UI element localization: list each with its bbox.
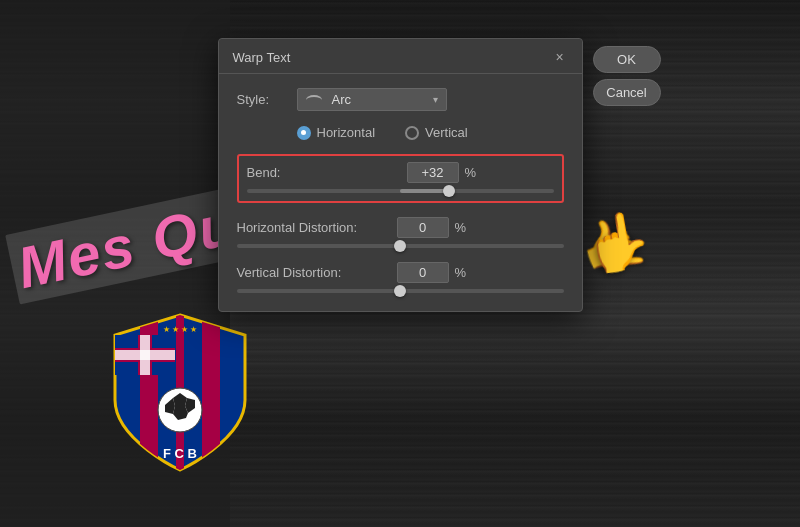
h-distortion-unit: % xyxy=(455,220,469,235)
vertical-label: Vertical xyxy=(425,125,468,140)
horizontal-label: Horizontal xyxy=(317,125,376,140)
bend-slider-fill xyxy=(400,189,449,193)
cancel-button[interactable]: Cancel xyxy=(593,79,661,106)
horizontal-radio[interactable]: Horizontal xyxy=(297,125,376,140)
arc-icon xyxy=(306,95,322,105)
h-distortion-row: Horizontal Distortion: % xyxy=(237,217,564,238)
style-label: Style: xyxy=(237,92,289,107)
dialog-body: Style: Arc ▾ Horizontal xyxy=(219,74,582,311)
h-distortion-section: Horizontal Distortion: % xyxy=(237,217,564,248)
v-distortion-row: Vertical Distortion: % xyxy=(237,262,564,283)
warp-text-dialog: Warp Text × Style: Arc ▾ xyxy=(218,38,583,312)
style-dropdown[interactable]: Arc ▾ xyxy=(297,88,447,111)
h-distortion-label: Horizontal Distortion: xyxy=(237,220,397,235)
bend-section: Bend: % xyxy=(237,154,564,203)
vertical-radio-circle xyxy=(405,126,419,140)
dialog-close-button[interactable]: × xyxy=(552,49,568,65)
v-distortion-input[interactable] xyxy=(397,262,449,283)
dialog-title: Warp Text xyxy=(233,50,291,65)
v-distortion-slider-thumb[interactable] xyxy=(394,285,406,297)
dialog-overlay: Warp Text × Style: Arc ▾ xyxy=(0,0,800,527)
ok-button[interactable]: OK xyxy=(593,46,661,73)
bend-label: Bend: xyxy=(247,165,407,180)
bend-row: Bend: % xyxy=(247,162,554,183)
bend-unit: % xyxy=(465,165,479,180)
dropdown-arrow-icon: ▾ xyxy=(433,94,438,105)
dialog-titlebar: Warp Text × xyxy=(219,39,582,74)
style-value: Arc xyxy=(332,92,352,107)
h-distortion-slider-thumb[interactable] xyxy=(394,240,406,252)
v-distortion-section: Vertical Distortion: % xyxy=(237,262,564,293)
dialog-wrapper: Warp Text × Style: Arc ▾ xyxy=(218,38,583,312)
orientation-row: Horizontal Vertical xyxy=(237,125,564,140)
horizontal-radio-circle xyxy=(297,126,311,140)
v-distortion-label: Vertical Distortion: xyxy=(237,265,397,280)
dialog-buttons: OK Cancel xyxy=(593,46,661,106)
vertical-radio[interactable]: Vertical xyxy=(405,125,468,140)
bend-slider-thumb[interactable] xyxy=(443,185,455,197)
bend-slider-track[interactable] xyxy=(247,189,554,193)
style-row: Style: Arc ▾ xyxy=(237,88,564,111)
bend-input[interactable] xyxy=(407,162,459,183)
h-distortion-slider-track[interactable] xyxy=(237,244,564,248)
h-distortion-input[interactable] xyxy=(397,217,449,238)
v-distortion-slider-track[interactable] xyxy=(237,289,564,293)
v-distortion-unit: % xyxy=(455,265,469,280)
